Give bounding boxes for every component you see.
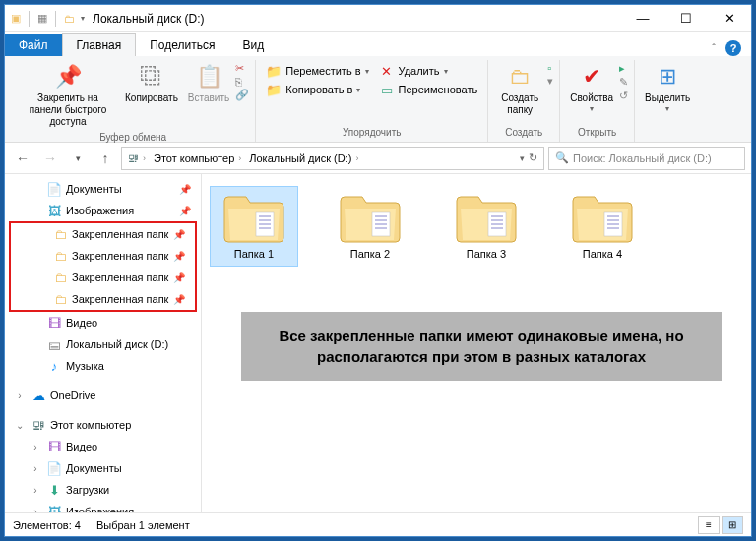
delete-icon: ✕ [379, 63, 395, 79]
status-selected: Выбран 1 элемент [96, 519, 190, 531]
close-button[interactable]: ✕ [708, 5, 751, 32]
tree-item[interactable]: ›⬇Загрузки [5, 479, 201, 501]
navigation-pane[interactable]: 📄Документы📌🖼Изображения📌 🗀Закрепленная п… [5, 174, 202, 512]
breadcrumb-segment[interactable]: Локальный диск (D:)› [245, 152, 362, 164]
down-icon: ⬇ [46, 482, 62, 498]
paste-shortcut-icon[interactable]: 🔗 [235, 89, 249, 101]
tree-onedrive[interactable]: ›☁OneDrive [5, 385, 201, 406]
properties-button[interactable]: ✔ Свойства ▾ [566, 60, 617, 116]
ribbon-group-clipboard: 📌 Закрепить на панели быстрого доступа ⿻… [11, 60, 256, 142]
file-list[interactable]: Папка 1Папка 2Папка 3Папка 4 Все закрепл… [202, 174, 751, 512]
quick-access-toolbar: ▣ ▦ 🗀 ▾ [11, 11, 85, 27]
tree-label: Музыка [66, 360, 195, 372]
tree-item[interactable]: 🗀Закрепленная папка📌 [11, 223, 195, 245]
copy-button[interactable]: ⿻ Копировать [121, 60, 182, 106]
up-button[interactable]: ↑ [94, 147, 117, 170]
doc-icon: 📄 [46, 181, 62, 197]
refresh-icon[interactable]: ↻ [529, 151, 537, 164]
tree-label: Видео [66, 441, 195, 452]
history-icon[interactable]: ↺ [619, 90, 628, 102]
clipboard-extra: ✂ ⎘ 🔗 [235, 60, 249, 101]
new-item-icon[interactable]: ▫ [547, 62, 553, 74]
address-dropdown-icon[interactable]: ▾ [520, 153, 525, 163]
onedrive-icon: ☁ [31, 388, 46, 403]
tree-item[interactable]: 🗀Закрепленная папка📌 [11, 288, 195, 310]
pin-icon: 📌 [53, 62, 83, 91]
copy-to-button[interactable]: 📁Копировать в▾ [262, 81, 372, 98]
tree-item[interactable]: ›📄Документы [5, 457, 201, 479]
open-icon[interactable]: ▸ [619, 62, 628, 75]
tree-label: Локальный диск (D:) [66, 338, 195, 350]
search-input[interactable]: 🔍 Поиск: Локальный диск (D:) [548, 147, 745, 170]
breadcrumb-segment[interactable]: Этот компьютер› [150, 152, 245, 164]
paste-button: 📋 Вставить [184, 60, 233, 106]
tab-view[interactable]: Вид [228, 34, 278, 56]
tree-label: Видео [66, 317, 195, 329]
video-icon: 🎞 [46, 439, 62, 454]
new-folder-button[interactable]: 🗀 Создать папку [494, 60, 545, 118]
window-controls: — ☐ ✕ [621, 5, 751, 32]
pin-icon: 📌 [179, 206, 191, 216]
pin-button[interactable]: 📌 Закрепить на панели быстрого доступа [17, 60, 119, 130]
folder-icon: 🗀 [52, 270, 68, 285]
folder-item[interactable]: Папка 4 [558, 186, 647, 267]
easy-access-icon[interactable]: ▾ [547, 75, 553, 88]
tree-label: Изображения [66, 205, 175, 216]
cut-icon[interactable]: ✂ [235, 62, 249, 75]
view-icons-button[interactable]: ⊞ [722, 516, 743, 534]
view-details-button[interactable]: ≡ [698, 516, 720, 534]
folder-label: Папка 3 [467, 248, 506, 260]
img-icon: 🖼 [46, 203, 62, 218]
pin-icon: 📌 [173, 272, 185, 283]
properties-icon: ✔ [577, 62, 606, 91]
tree-label: Документы [66, 183, 175, 195]
tree-item[interactable]: ›🖼Изображения [5, 501, 201, 512]
tab-share[interactable]: Поделиться [136, 34, 228, 56]
recent-dropdown[interactable]: ▾ [66, 147, 90, 170]
tree-item[interactable]: 🖼Изображения📌 [5, 200, 201, 221]
tab-home[interactable]: Главная [62, 33, 137, 57]
folder-icon [571, 193, 634, 244]
tree-label: Загрузки [66, 484, 195, 496]
collapse-ribbon-icon[interactable]: ˆ [712, 42, 716, 54]
tree-item[interactable]: 🎞Видео [5, 312, 201, 333]
tree-item[interactable]: 📄Документы📌 [5, 178, 201, 200]
copy-path-icon[interactable]: ⎘ [235, 76, 249, 88]
folder-item[interactable]: Папка 3 [442, 186, 531, 267]
address-bar[interactable]: 🖳› Этот компьютер› Локальный диск (D:)› … [121, 147, 544, 170]
forward-button[interactable]: → [38, 147, 62, 170]
tree-this-pc[interactable]: ⌄🖳Этот компьютер [5, 414, 201, 436]
video-icon: 🎞 [46, 315, 62, 331]
tree-item[interactable]: 🖴Локальный диск (D:) [5, 333, 201, 355]
select-button[interactable]: ⊞ Выделить ▾ [641, 60, 694, 116]
tab-file[interactable]: Файл [5, 34, 62, 56]
maximize-button[interactable]: ☐ [664, 5, 708, 32]
tree-label: Закрепленная папка [72, 228, 169, 240]
folder-item[interactable]: Папка 2 [326, 186, 414, 267]
qat-properties-icon[interactable]: ▦ [37, 12, 47, 25]
search-icon: 🔍 [555, 151, 569, 164]
folder-icon: 🗀 [52, 226, 68, 242]
tree-label: Закрепленная папка [72, 250, 169, 262]
minimize-button[interactable]: — [621, 5, 664, 32]
tree-item[interactable]: 🗀Закрепленная папка📌 [11, 245, 195, 267]
tree-item[interactable]: ♪Музыка [5, 355, 201, 377]
tree-item[interactable]: ›🎞Видео [5, 436, 201, 457]
open-extra: ▸ ✎ ↺ [619, 60, 628, 102]
move-to-button[interactable]: 📁Переместить в▾ [262, 62, 372, 80]
ribbon: 📌 Закрепить на панели быстрого доступа ⿻… [5, 56, 751, 143]
ribbon-group-organize: 📁Переместить в▾ 📁Копировать в▾ ✕Удалить▾… [256, 60, 488, 142]
pc-icon: 🖳 [128, 152, 139, 164]
back-button[interactable]: ← [11, 147, 34, 170]
folder-icon [455, 193, 518, 244]
rename-button[interactable]: ▭Переименовать [375, 81, 482, 98]
titlebar: ▣ ▦ 🗀 ▾ Локальный диск (D:) — ☐ ✕ [5, 5, 751, 32]
folder-label: Папка 2 [350, 248, 390, 260]
qat-dropdown-icon[interactable]: ▾ [81, 14, 85, 23]
folder-item[interactable]: Папка 1 [210, 186, 298, 267]
delete-button[interactable]: ✕Удалить▾ [375, 62, 482, 80]
tree-item[interactable]: 🗀Закрепленная папка📌 [11, 267, 195, 288]
edit-icon[interactable]: ✎ [619, 76, 628, 89]
folder-icon [222, 193, 285, 244]
help-icon[interactable]: ? [725, 40, 741, 56]
